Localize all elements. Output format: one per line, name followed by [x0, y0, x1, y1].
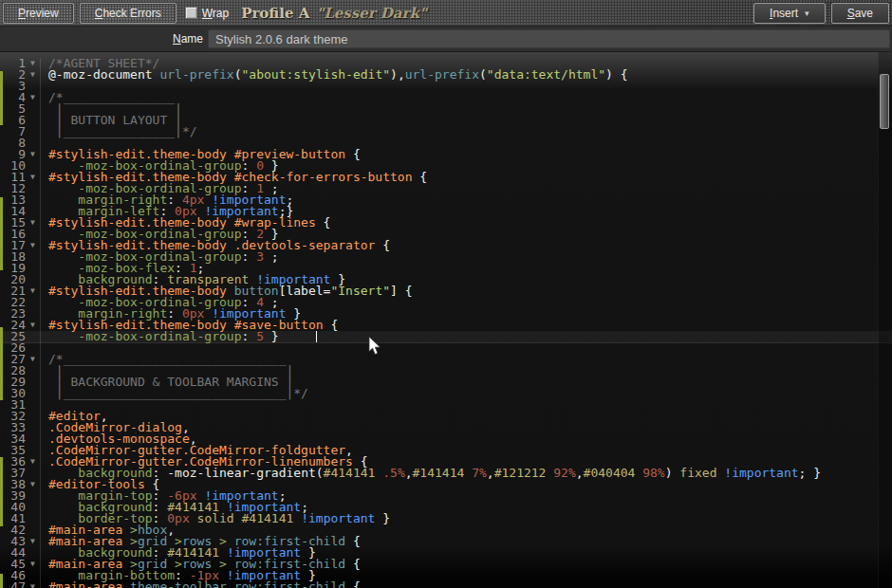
- fold-gutter-spacer: [26, 422, 41, 433]
- fold-arrow-icon[interactable]: ▼: [26, 172, 41, 183]
- fold-gutter-spacer: [26, 399, 41, 411]
- fold-gutter-spacer: [26, 126, 41, 138]
- text-caret: [316, 331, 317, 342]
- wrap-checkbox-label[interactable]: Wrap: [202, 7, 229, 20]
- fold-gutter-spacer: [26, 570, 41, 581]
- code-text: |_______________|*/: [41, 126, 197, 138]
- code-text: -moz-box-ordinal-group: 5 }: [41, 331, 317, 342]
- line-number: 47: [0, 581, 26, 588]
- fold-arrow-icon[interactable]: ▼: [26, 479, 41, 490]
- fold-gutter-spacer: [26, 502, 41, 513]
- save-button[interactable]: Save: [831, 3, 889, 24]
- fold-gutter-spacer: [26, 377, 41, 388]
- window-edge-accent: [0, 574, 3, 588]
- check-errors-button[interactable]: Check Errors: [80, 3, 177, 24]
- insert-dropdown-button[interactable]: Insert ▾: [753, 3, 826, 24]
- preview-button[interactable]: Preview: [3, 3, 74, 24]
- fold-arrow-icon[interactable]: ▼: [26, 456, 41, 468]
- page-title: Profile A"Lesser Dark": [241, 5, 427, 22]
- fold-gutter-spacer: [26, 103, 41, 115]
- fold-arrow-icon[interactable]: ▼: [26, 320, 41, 331]
- code-text: @-moz-document url-prefix("about:stylish…: [41, 69, 628, 81]
- fold-gutter-spacer: [26, 206, 41, 217]
- fold-gutter-spacer: [26, 490, 41, 502]
- window-edge-accent: [0, 71, 3, 125]
- fold-gutter-spacer: [26, 308, 41, 320]
- fold-arrow-icon[interactable]: ▼: [26, 149, 41, 160]
- name-row: Name: [0, 27, 892, 52]
- check-errors-button-label: Check Errors: [95, 7, 161, 20]
- fold-arrow-icon[interactable]: ▼: [26, 217, 41, 229]
- code-line[interactable]: 7 |_______________|*/: [0, 126, 892, 138]
- fold-arrow-icon[interactable]: ▼: [26, 536, 41, 547]
- code-area: 1▼/*AGENT SHEET*/2▼@-moz-document url-pr…: [0, 58, 892, 588]
- theme-title-text: "Lesser Dark": [316, 5, 426, 22]
- vertical-scrollbar[interactable]: [878, 52, 892, 588]
- fold-gutter-spacer: [26, 183, 41, 194]
- fold-arrow-icon[interactable]: ▼: [26, 240, 41, 251]
- window-edge-accent: [0, 197, 3, 270]
- wrap-checkbox[interactable]: [185, 7, 197, 19]
- profile-title-text: Profile A: [241, 5, 309, 22]
- fold-gutter-spacer: [26, 160, 41, 172]
- fold-gutter-spacer: [26, 274, 41, 285]
- fold-gutter-spacer: [26, 115, 41, 126]
- name-input[interactable]: [208, 29, 890, 48]
- fold-gutter-spacer: [26, 433, 41, 445]
- code-text: [41, 81, 48, 92]
- code-text: |______________________________|*/: [41, 388, 308, 399]
- preview-button-label: Preview: [18, 7, 59, 20]
- code-line[interactable]: 31: [0, 399, 892, 411]
- fold-arrow-icon[interactable]: ▼: [26, 58, 41, 69]
- code-line[interactable]: 2▼@-moz-document url-prefix("about:styli…: [0, 69, 892, 81]
- name-field-label: Name: [0, 32, 203, 46]
- fold-gutter-spacer: [26, 251, 41, 263]
- fold-gutter-spacer: [26, 513, 41, 524]
- fold-gutter-spacer: [26, 297, 41, 308]
- fold-gutter-spacer: [26, 229, 41, 240]
- window-edge-accent: [0, 327, 3, 400]
- code-text: #main-area theme-toolbar row:first-child…: [41, 581, 361, 588]
- fold-gutter-spacer: [26, 445, 41, 456]
- fold-gutter-spacer: [26, 365, 41, 377]
- code-line[interactable]: 25 -moz-box-ordinal-group: 5 }: [0, 331, 892, 342]
- fold-arrow-icon[interactable]: ▼: [26, 581, 41, 588]
- top-toolbar: Preview Check Errors Wrap Profile A"Less…: [0, 0, 892, 27]
- fold-gutter-spacer: [26, 547, 41, 559]
- fold-gutter-spacer: [26, 138, 41, 149]
- code-text: [41, 138, 48, 149]
- code-line[interactable]: 30 |______________________________|*/: [0, 388, 892, 399]
- fold-arrow-icon[interactable]: ▼: [26, 285, 41, 297]
- code-line[interactable]: 47▼#main-area theme-toolbar row:first-ch…: [0, 581, 892, 588]
- fold-arrow-icon[interactable]: ▼: [26, 559, 41, 570]
- fold-gutter-spacer: [26, 524, 41, 536]
- fold-gutter-spacer: [26, 342, 41, 354]
- fold-gutter-spacer: [26, 194, 41, 206]
- chevron-down-icon: ▾: [805, 9, 809, 18]
- code-text: [41, 342, 48, 354]
- save-button-label: Save: [847, 7, 873, 20]
- fold-arrow-icon[interactable]: ▼: [26, 92, 41, 103]
- insert-button-label: Insert: [770, 7, 798, 20]
- code-editor[interactable]: 1▼/*AGENT SHEET*/2▼@-moz-document url-pr…: [0, 52, 892, 588]
- fold-gutter-spacer: [26, 468, 41, 479]
- fold-gutter-spacer: [26, 388, 41, 399]
- code-text: [41, 399, 48, 411]
- fold-gutter-spacer: [26, 411, 41, 422]
- fold-gutter-spacer: [26, 263, 41, 274]
- fold-arrow-icon[interactable]: ▼: [26, 69, 41, 81]
- window-edge-accent: [0, 457, 3, 526]
- fold-gutter-spacer: [26, 81, 41, 92]
- fold-arrow-icon[interactable]: ▼: [26, 354, 41, 365]
- fold-gutter-spacer: [26, 331, 41, 342]
- scrollbar-thumb[interactable]: [880, 74, 889, 129]
